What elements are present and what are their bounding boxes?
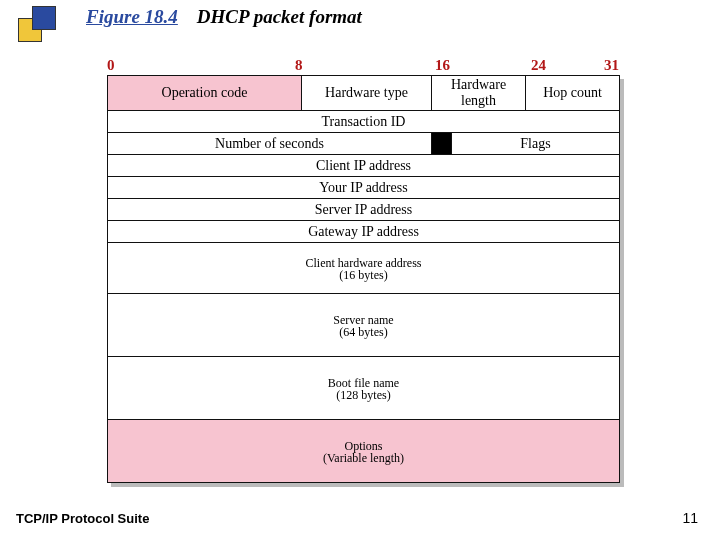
footer-text: TCP/IP Protocol Suite (16, 511, 149, 526)
field-seconds: Number of seconds (108, 133, 432, 155)
page-number: 11 (682, 510, 698, 526)
bit-8: 8 (295, 57, 303, 74)
chaddr-line2: (16 bytes) (339, 268, 387, 282)
slide-title: Figure 18.4 DHCP packet format (86, 6, 362, 28)
packet-table: Operation code Hardware type Hardware le… (107, 75, 620, 483)
bootf-line2: (128 bytes) (336, 388, 390, 402)
figure-number: Figure 18.4 (86, 6, 178, 27)
slide-bullet-icon (18, 6, 54, 42)
opt-line2: (Variable length) (323, 451, 404, 465)
field-boot-file: Boot file name (128 bytes) (108, 357, 620, 420)
field-flags: Flags (452, 133, 620, 155)
field-client-hw-addr: Client hardware address (16 bytes) (108, 243, 620, 294)
bit-0: 0 (107, 57, 115, 74)
field-gateway-ip: Gateway IP address (108, 221, 620, 243)
bit-16: 16 (435, 57, 450, 74)
field-hop-count: Hop count (526, 76, 620, 111)
field-hardware-type: Hardware type (302, 76, 432, 111)
bit-ruler: 0 8 16 24 31 (107, 57, 619, 75)
field-client-ip: Client IP address (108, 155, 620, 177)
flags-highbit-bar (432, 133, 452, 155)
sname-line2: (64 bytes) (339, 325, 387, 339)
field-server-name: Server name (64 bytes) (108, 294, 620, 357)
field-your-ip: Your IP address (108, 177, 620, 199)
figure-caption: DHCP packet format (197, 6, 362, 27)
field-hardware-length: Hardware length (432, 76, 526, 111)
packet-diagram: 0 8 16 24 31 Operation code Hardware typ… (107, 57, 619, 483)
field-transaction-id: Transaction ID (108, 111, 620, 133)
bit-24: 24 (531, 57, 546, 74)
bit-31: 31 (604, 57, 619, 74)
field-operation-code: Operation code (108, 76, 302, 111)
field-server-ip: Server IP address (108, 199, 620, 221)
field-options: Options (Variable length) (108, 420, 620, 483)
